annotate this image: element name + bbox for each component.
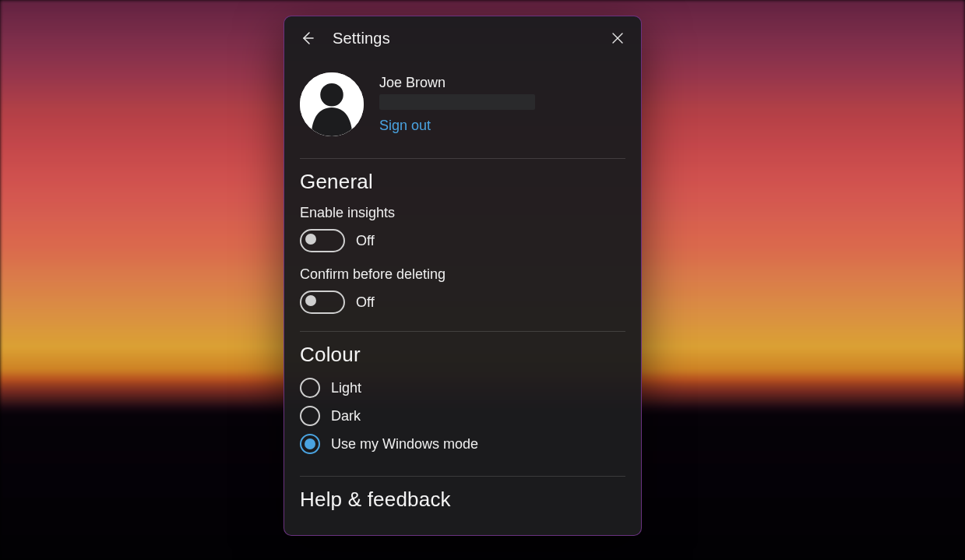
- enable-insights-state: Off: [356, 233, 375, 249]
- colour-option-light[interactable]: Light: [300, 378, 625, 398]
- account-name: Joe Brown: [379, 75, 535, 91]
- panel-body[interactable]: Joe Brown Sign out General Enable insigh…: [284, 60, 641, 535]
- enable-insights-label: Enable insights: [300, 205, 625, 221]
- panel-header: Settings: [284, 16, 641, 60]
- back-button[interactable]: [294, 24, 322, 52]
- help-heading: Help & feedback: [300, 488, 625, 512]
- confirm-delete-row: Confirm before deleting Off: [300, 266, 625, 314]
- colour-heading: Colour: [300, 343, 625, 367]
- colour-option-dark[interactable]: Dark: [300, 406, 625, 426]
- general-section: General Enable insights Off Confirm befo…: [300, 170, 625, 332]
- enable-insights-row: Enable insights Off: [300, 205, 625, 252]
- close-icon: [611, 32, 624, 44]
- person-icon: [300, 72, 364, 136]
- settings-panel: Settings Joe Brown: [284, 16, 642, 536]
- colour-option-windows[interactable]: Use my Windows mode: [300, 434, 625, 454]
- account-email-redacted: [379, 94, 535, 110]
- confirm-delete-toggle[interactable]: [300, 291, 345, 314]
- enable-insights-toggle[interactable]: [300, 229, 345, 252]
- svg-point-4: [320, 83, 343, 107]
- colour-section: Colour Light Dark Use my Windows mode: [300, 343, 625, 477]
- panel-title: Settings: [333, 30, 593, 48]
- account-section: Joe Brown Sign out: [300, 66, 625, 159]
- close-button[interactable]: [604, 24, 632, 52]
- toggle-knob-icon: [305, 295, 316, 306]
- colour-option-dark-label: Dark: [331, 408, 361, 424]
- confirm-delete-state: Off: [356, 294, 375, 311]
- radio-icon: [300, 434, 320, 454]
- radio-icon: [300, 406, 320, 426]
- avatar: [300, 72, 364, 136]
- confirm-delete-label: Confirm before deleting: [300, 266, 625, 283]
- toggle-knob-icon: [305, 234, 316, 245]
- colour-option-windows-label: Use my Windows mode: [331, 436, 478, 453]
- help-section: Help & feedback: [300, 488, 625, 529]
- radio-icon: [300, 378, 320, 398]
- account-row: Joe Brown Sign out: [300, 66, 625, 144]
- sign-out-link[interactable]: Sign out: [379, 118, 535, 134]
- back-arrow-icon: [300, 30, 315, 46]
- colour-option-light-label: Light: [331, 380, 361, 396]
- account-info: Joe Brown Sign out: [379, 75, 535, 134]
- general-heading: General: [300, 170, 625, 194]
